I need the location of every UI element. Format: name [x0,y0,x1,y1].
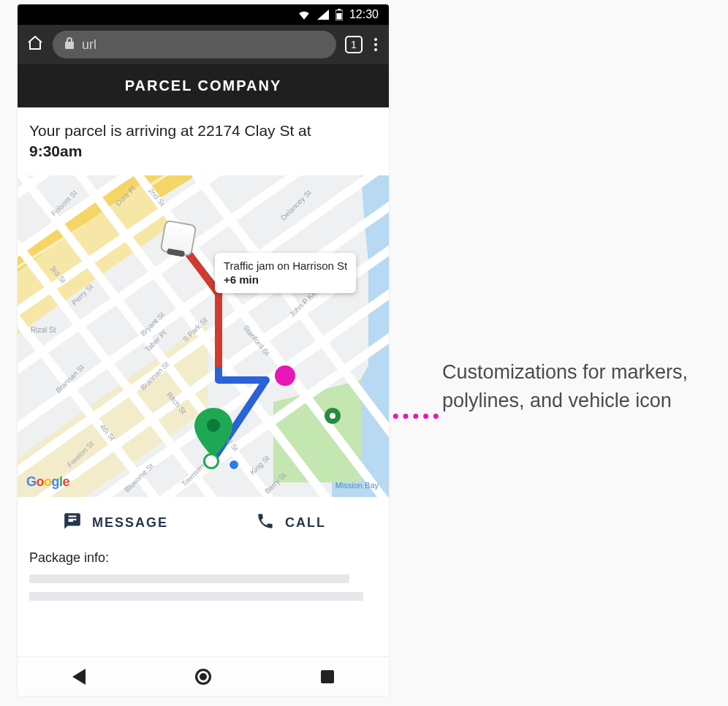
app-title: PARCEL COMPANY [18,64,389,107]
status-time: 12:30 [349,8,379,21]
destination-ring-icon [203,453,219,469]
destination-marker-icon[interactable] [194,408,232,458]
action-bar: MESSAGE CALL [18,497,389,544]
svg-rect-3 [65,42,74,49]
svg-rect-1 [338,9,341,10]
signal-icon [317,10,329,20]
svg-rect-2 [336,13,341,20]
annotation-pointer-dot [275,365,295,386]
arrival-suffix: at [294,122,311,139]
map-attribution: Google [26,474,69,490]
traffic-callout[interactable]: Traffic jam on Harrison St +6 min [215,253,356,293]
vehicle-marker-icon[interactable] [160,219,197,257]
lock-icon [64,37,75,53]
overflow-menu-icon[interactable] [371,35,380,54]
battery-icon [335,9,343,20]
package-info-heading: Package info: [29,550,377,566]
map-area-label: Mission Bay [335,481,379,490]
arrival-prefix: Your parcel is arriving at [29,122,197,139]
home-icon[interactable] [26,34,44,55]
nav-recents-icon[interactable] [321,670,334,683]
tab-count[interactable]: 1 [345,36,363,53]
skeleton-line [29,592,363,601]
url-text: url [82,37,96,53]
message-label: MESSAGE [92,515,168,531]
traffic-callout-delay: +6 min [224,273,347,287]
call-label: CALL [285,515,326,531]
arrival-address: 22174 Clay St [197,122,294,139]
browser-chrome: url 1 [18,25,389,64]
message-button[interactable]: MESSAGE [28,512,203,534]
status-bar: 12:30 [18,4,389,25]
annotation-text: Customizations for markers, polylines, a… [442,358,691,415]
nav-back-icon[interactable] [72,669,86,685]
package-info-section: Package info: [18,544,389,614]
svg-point-22 [207,419,220,432]
android-nav-bar [18,656,389,696]
park-poi-icon[interactable] [325,408,341,424]
map-view[interactable]: Folsom St Dore Pl 2nd St Delancey St 3rd… [18,175,389,497]
traffic-callout-title: Traffic jam on Harrison St [224,259,347,273]
call-button[interactable]: CALL [203,512,379,534]
wifi-icon [297,10,311,20]
nav-home-icon[interactable] [195,669,211,685]
arrival-message: Your parcel is arriving at 22174 Clay St… [18,107,389,175]
message-icon [63,512,82,534]
phone-icon [256,512,275,534]
skeleton-line [29,574,349,583]
url-bar[interactable]: url [53,31,336,58]
arrival-time: 9:30am [29,143,82,159]
map-street-label: Rizal St [31,326,56,334]
current-location-icon [228,459,240,471]
phone-frame: 12:30 url 1 PARCEL COMPANY Your parcel i… [18,4,389,696]
